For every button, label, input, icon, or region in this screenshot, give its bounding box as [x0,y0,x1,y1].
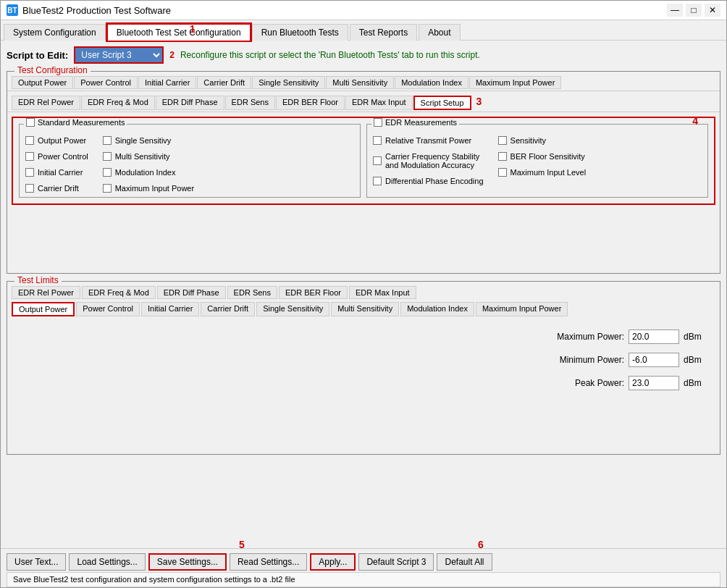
tc-subtab-script-setup[interactable]: Script Setup [413,96,471,110]
meas-checkbox[interactable] [373,136,382,145]
tl-subtab-maximum-input-power[interactable]: Maximum Input Power [476,302,568,316]
test-config-subtabs-row2: EDR Rel PowerEDR Freq & ModEDR Diff Phas… [7,91,720,112]
form-input[interactable] [629,329,679,344]
tc-subtab-edr-freq-&-mod[interactable]: EDR Freq & Mod [81,96,155,110]
meas-checkbox[interactable] [25,168,34,177]
maximize-button[interactable]: □ [686,4,702,17]
tl-subtab-edr-rel-power[interactable]: EDR Rel Power [12,286,80,299]
bottom-btn-default-all[interactable]: Default All [437,553,492,571]
form-input[interactable] [629,376,679,390]
tl-subtab-edr-diff-phase[interactable]: EDR Diff Phase [157,286,226,299]
tc-subtab-edr-sens[interactable]: EDR Sens [225,96,275,110]
edr-measurements-title: EDR Measurements [371,118,459,127]
meas-checkbox[interactable] [103,136,112,145]
tl-subtab-edr-sens[interactable]: EDR Sens [227,286,277,299]
meas-checkbox[interactable] [373,156,382,165]
title-bar: BT BlueTest2 Production Test Software — … [1,1,726,20]
bottom-btn-load-settings-[interactable]: Load Settings... [69,553,145,571]
tl-subtab-modulation-index[interactable]: Modulation Index [400,302,474,316]
test-limits-subtabs-row1: EDR Rel PowerEDR Freq & ModEDR Diff Phas… [7,282,720,301]
form-unit: dBm [684,332,705,342]
main-tab-bluetooth-test-set-configuration[interactable]: Bluetooth Test Set Configuration [107,24,251,41]
tc-subtab-edr-diff-phase[interactable]: EDR Diff Phase [156,96,224,110]
tc-subtab-maximum-input-power[interactable]: Maximum Input Power [469,76,561,89]
standard-meas-checkbox[interactable] [26,118,35,127]
annotation-2: 2 [169,50,175,60]
std-meas-item: Maximum Input Power [103,184,194,193]
main-tab-test-reports[interactable]: Test Reports [350,24,417,41]
script-label: Script to Edit: [7,50,68,61]
meas-checkbox[interactable] [25,152,34,161]
bottom-btn-user-text-[interactable]: User Text... [7,553,66,571]
meas-checkbox[interactable] [498,152,507,161]
annotation-1: 1 [190,23,196,35]
annotation-3: 3 [476,96,482,112]
edr-meas-col2: SensitivityBER Floor SensitivityMaximum … [498,136,587,185]
form-unit: dBm [684,355,705,365]
tc-subtab-modulation-index[interactable]: Modulation Index [395,76,468,89]
test-config-section: Test Configuration Output PowerPower Con… [7,71,720,274]
edr-meas-item: Maximum Input Level [498,168,587,177]
tc-subtab-carrier-drift[interactable]: Carrier Drift [197,76,251,89]
bottom-bar: User Text...Load Settings...Save Setting… [1,548,726,587]
main-window: BT BlueTest2 Production Test Software — … [0,0,727,588]
tl-subtab-multi-sensitivity[interactable]: Multi Sensitivity [331,302,399,316]
edr-meas-item: BER Floor Sensitivity [498,152,587,161]
tc-subtab-initial-carrier[interactable]: Initial Carrier [138,76,196,89]
standard-measurements-group: Standard Measurements Output PowerPower … [19,124,361,198]
edr-measurements-group: EDR Measurements Relative Transmit Power… [366,124,708,198]
tl-subtab-output-power[interactable]: Output Power [12,302,75,316]
edr-meas-item: Sensitivity [498,136,587,145]
script-select[interactable]: User Script 3 User Script 1 User Script … [75,48,162,62]
tc-subtab-single-sensitivity[interactable]: Single Sensitivity [252,76,325,89]
tc-subtab-edr-ber-floor[interactable]: EDR BER Floor [276,96,345,110]
form-unit: dBm [684,378,705,388]
tl-subtab-single-sensitivity[interactable]: Single Sensitivity [256,302,329,316]
app-icon: BT [7,4,18,16]
tooltip-bar: Save BlueTest2 test configuration and sy… [7,572,720,587]
script-select-wrapper: User Script 3 User Script 1 User Script … [74,46,164,64]
tl-subtab-edr-ber-floor[interactable]: EDR BER Floor [279,286,348,299]
tl-subtab-edr-freq-&-mod[interactable]: EDR Freq & Mod [82,286,156,299]
meas-checkbox[interactable] [498,168,507,177]
tl-subtab-carrier-drift[interactable]: Carrier Drift [201,302,255,316]
close-button[interactable]: ✕ [705,4,720,17]
meas-checkbox[interactable] [103,152,112,161]
window-title: BlueTest2 Production Test Software [22,5,171,16]
minimize-button[interactable]: — [667,4,683,17]
main-tab-run-bluetooth-tests[interactable]: Run Bluetooth Tests [252,24,348,41]
standard-meas-col2: Single SensitivyMulti SensitivityModulat… [103,136,194,193]
standard-meas-cols: Output PowerPower ControlInitial Carrier… [25,136,354,193]
std-meas-item: Output Power [25,136,88,145]
tc-subtab-edr-rel-power[interactable]: EDR Rel Power [12,96,80,110]
bottom-btn-default-script-3[interactable]: Default Script 3 [358,553,434,571]
measurements-area: Standard Measurements Output PowerPower … [12,117,715,205]
tc-subtab-multi-sensitivity[interactable]: Multi Sensitivity [326,76,394,89]
test-limits-title: Test Limits [14,275,62,285]
title-controls: — □ ✕ [667,4,720,17]
tl-subtab-edr-max-input[interactable]: EDR Max Input [349,286,416,299]
main-tab-about[interactable]: About [419,24,460,41]
tl-subtab-initial-carrier[interactable]: Initial Carrier [141,302,199,316]
meas-checkbox[interactable] [103,184,112,193]
tl-subtab-power-control[interactable]: Power Control [76,302,140,316]
tc-subtab-output-power[interactable]: Output Power [12,76,73,89]
meas-checkbox[interactable] [498,136,507,145]
bottom-btn-read-settings-[interactable]: Read Settings... [230,553,307,571]
main-tab-system-configuration[interactable]: System Configuration [4,24,106,41]
bottom-btn-apply-[interactable]: Apply... [310,553,356,571]
bottom-btn-save-settings-[interactable]: Save Settings... [148,553,227,571]
tc-subtab-power-control[interactable]: Power Control [74,76,138,89]
script-hint: Reconfigure this script or select the 'R… [180,50,480,60]
tc-subtab-edr-max-input[interactable]: EDR Max Input [345,96,413,110]
edr-meas-checkbox[interactable] [374,118,382,127]
limits-form: Maximum Power: dBm Minimum Power: dBm Pe… [7,318,720,411]
meas-checkbox[interactable] [373,177,382,185]
edr-meas-cols: Relative Transmit PowerCarrier Frequency… [373,136,702,185]
edr-meas-item: Carrier Frequency Stabilityand Modulatio… [373,152,484,169]
meas-checkbox[interactable] [103,168,112,177]
meas-checkbox[interactable] [25,136,34,145]
annotation-4: 4 [692,115,698,127]
meas-checkbox[interactable] [25,184,34,193]
form-input[interactable] [629,353,679,367]
